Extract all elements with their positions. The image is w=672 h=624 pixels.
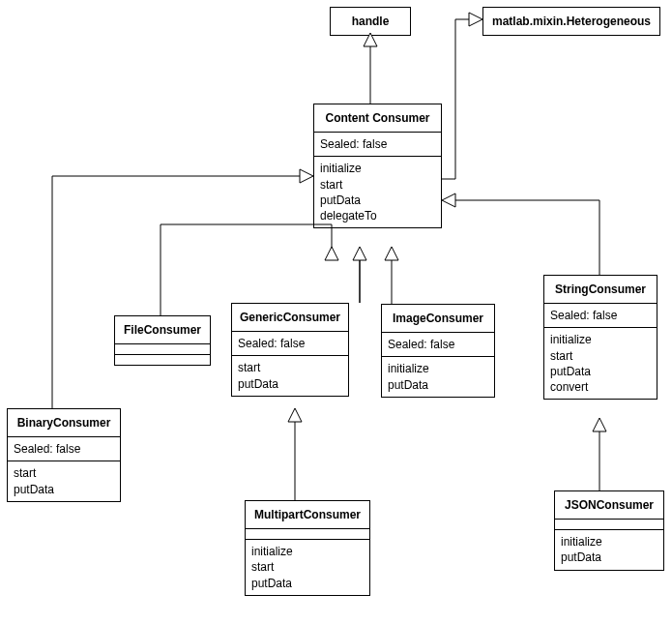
class-image-consumer: ImageConsumer Sealed: false initialize p…	[381, 304, 495, 398]
attributes-section: Sealed: false	[382, 333, 494, 357]
attributes-section	[115, 344, 210, 355]
svg-marker-15	[288, 408, 302, 422]
class-string-consumer: StringConsumer Sealed: false initialize …	[543, 275, 657, 400]
generalization-fileconsumer-contentconsumer	[161, 224, 338, 315]
method: start	[251, 559, 364, 575]
uml-class-diagram: handle matlab.mixin.Heterogeneous Conten…	[0, 0, 672, 624]
attribute: Sealed: false	[14, 441, 114, 457]
svg-marker-4	[325, 247, 338, 260]
attributes-section	[555, 520, 663, 530]
method: start	[14, 465, 114, 481]
generalization-imageconsumer-contentconsumer	[385, 247, 398, 304]
class-handle: handle	[330, 7, 411, 36]
attributes-section: Sealed: false	[544, 304, 657, 328]
method: initialize	[251, 544, 364, 559]
method: putData	[238, 376, 342, 392]
attribute: Sealed: false	[320, 136, 435, 152]
method: initialize	[388, 361, 488, 376]
method: initialize	[561, 534, 657, 550]
attributes-section: Sealed: false	[8, 437, 120, 461]
class-title: handle	[331, 8, 410, 35]
class-title: Content Consumer	[314, 104, 441, 133]
method: convert	[550, 379, 651, 395]
class-file-consumer: FileConsumer	[114, 315, 211, 366]
attributes-section: Sealed: false	[314, 133, 441, 157]
class-title: BinaryConsumer	[8, 409, 120, 437]
class-title: FileConsumer	[115, 316, 210, 344]
class-generic-consumer: GenericConsumer Sealed: false start putD…	[231, 303, 349, 397]
attribute: Sealed: false	[238, 336, 342, 351]
method: putData	[320, 193, 435, 208]
class-json-consumer: JSONConsumer initialize putData	[554, 490, 664, 571]
method: initialize	[320, 161, 435, 176]
methods-section	[115, 355, 210, 365]
generalization-genericconsumer-contentconsumer	[290, 247, 366, 303]
methods-section: initialize start putData convert	[544, 328, 657, 399]
methods-section: initialize putData	[382, 357, 494, 396]
methods-section: initialize start putData delegateTo	[314, 157, 441, 227]
svg-marker-8	[353, 247, 366, 260]
svg-marker-12	[385, 247, 398, 260]
attribute: Sealed: false	[388, 337, 488, 352]
class-title: matlab.mixin.Heterogeneous	[483, 8, 659, 35]
class-title: MultipartConsumer	[246, 501, 369, 529]
methods-section: start putData	[8, 461, 120, 500]
svg-marker-3	[300, 169, 313, 183]
class-title: GenericConsumer	[232, 304, 348, 332]
methods-section: initialize start putData	[246, 540, 369, 595]
class-content-consumer: Content Consumer Sealed: false initializ…	[313, 104, 442, 228]
method: initialize	[550, 332, 651, 347]
svg-marker-13	[442, 193, 455, 207]
generalization-multipartconsumer-genericconsumer	[288, 408, 302, 500]
methods-section: initialize putData	[555, 530, 663, 569]
method: putData	[550, 364, 651, 379]
method: start	[238, 360, 342, 375]
attributes-section	[246, 529, 369, 540]
method: delegateTo	[320, 208, 435, 223]
svg-marker-17	[593, 418, 606, 431]
method: start	[320, 177, 435, 193]
class-title: StringConsumer	[544, 276, 657, 304]
class-title: ImageConsumer	[382, 305, 494, 333]
class-title: JSONConsumer	[555, 491, 663, 520]
method: putData	[251, 576, 364, 591]
generalization-contentconsumer-heterogeneous	[442, 13, 482, 179]
generalization-stringconsumer-contentconsumer	[442, 193, 599, 275]
method: putData	[14, 482, 114, 497]
method: putData	[388, 377, 488, 393]
method: start	[550, 348, 651, 364]
generalization-jsonconsumer-stringconsumer	[593, 418, 606, 490]
attribute: Sealed: false	[550, 308, 651, 323]
methods-section: start putData	[232, 356, 348, 395]
svg-marker-2	[469, 13, 482, 26]
attributes-section: Sealed: false	[232, 332, 348, 356]
class-heterogeneous: matlab.mixin.Heterogeneous	[482, 7, 660, 36]
class-multipart-consumer: MultipartConsumer initialize start putDa…	[245, 500, 370, 596]
generalization-contentconsumer-handle	[364, 33, 377, 104]
class-binary-consumer: BinaryConsumer Sealed: false start putDa…	[7, 408, 121, 502]
method: putData	[561, 550, 657, 565]
